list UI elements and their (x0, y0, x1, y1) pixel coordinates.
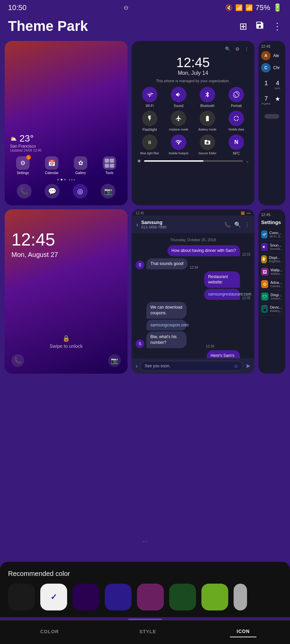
msg-contact-name: Samsung (141, 220, 222, 225)
app-tools: Tools (97, 156, 122, 175)
bottom-nav: COLOR STYLE ICON (0, 620, 290, 644)
status-time: 10:50 (8, 3, 27, 12)
ls-time: 12:45 (11, 229, 121, 250)
qs-tile-flashlight: Flashlight (137, 111, 162, 132)
msg-header: ‹ Samsung 012-3456-7890 📞 🔍 ⋮ (132, 216, 254, 233)
ls-camera-icon: 📷 (108, 354, 121, 367)
msg-input-row: › See you soon. ☺ ➤ (132, 358, 254, 374)
app-settings: ⚙1 Settings (10, 156, 36, 175)
msg-sender-avatar: S (136, 261, 144, 269)
location: San Francisco (10, 144, 122, 149)
homescreen-preview-card[interactable]: ⛅ 23° San Francisco Updated 24/09 12:45 … (5, 41, 128, 205)
quick-settings-preview-card[interactable]: 🔍 ⚙ ⋮ 12:45 Mon, July 14 This phone is m… (132, 41, 254, 205)
app-grid: ⚙1 Settings 📅 Calendar ✿ Gallery (10, 156, 122, 175)
msg-contact-number: 012-3456-7890 (141, 225, 222, 229)
status-bar: 10:50 ⊖ 🔇 📶 📶 75% 🔋 (0, 0, 290, 15)
conn-icon (261, 230, 268, 238)
dialer-preview-partial: 12:45 A Ale C Chr 1 4GHI 7PQRS ★ (258, 41, 285, 205)
contact-name-c: Chr (273, 65, 280, 70)
msg-row: S That sounds good! 12:34 (136, 258, 250, 269)
qs-search-icon: 🔍 (225, 46, 231, 52)
msg-emoji-icon: ☺ (234, 363, 238, 369)
dock: 📞 💬 ◎ 📷 (10, 184, 122, 199)
dnd-icon: ⊖ (124, 4, 129, 11)
msg-status-time: 12:45 (136, 211, 144, 215)
swatch-lime[interactable] (201, 584, 228, 610)
swatch-black[interactable] (8, 584, 35, 610)
advanced-icon: ⚙ (261, 280, 268, 288)
qs-time: 12:45 (137, 55, 249, 70)
brightness-slider[interactable]: ☀ ⌄ (137, 158, 249, 164)
more-options-button[interactable]: ⋮ (273, 21, 282, 32)
msg-expand-button[interactable]: › (136, 363, 138, 370)
qs-tile-portrait: Portrait (224, 87, 249, 108)
swatch-white[interactable] (40, 584, 67, 610)
lockscreen-preview-card[interactable]: 12:45 Mon, August 27 🔒 Swipe to unlock 📞… (5, 209, 128, 374)
msg-row: Restaurant website: samsungrestaurant.co… (136, 271, 250, 300)
qs-tile-airplane: Airplane mode (166, 111, 191, 132)
msg-input-text: See you soon. (145, 364, 171, 368)
swatch-dark-green[interactable] (169, 584, 196, 610)
messages-preview-card[interactable]: 12:45 📶 ▪▪▪ ‹ Samsung 012-3456-7890 📞 🔍 … (132, 209, 254, 374)
tab-icon[interactable]: ICON (230, 626, 256, 637)
grid-view-button[interactable]: ⊞ (239, 21, 247, 32)
qs-date: Mon, July 14 (137, 70, 249, 76)
dialpad: 1 4GHI 7PQRS ★ (261, 78, 283, 107)
msg-call-icon[interactable]: 📞 (224, 221, 231, 228)
swatch-dark-purple[interactable] (72, 584, 99, 610)
wallpaper-icon: 🖼 (261, 268, 269, 276)
qs-tile-securefolder: Secure folder (195, 135, 220, 156)
display-icon (261, 255, 267, 263)
msg-send-button[interactable]: ➤ (245, 362, 250, 370)
qs-tile-nfc: N NFC (224, 135, 249, 156)
msg-body: Thursday, October 25, 2018 How about hav… (132, 233, 254, 358)
contact-avatar-c: C (261, 63, 271, 72)
msg-row: S We can download coupons. samsungcoupon… (136, 302, 250, 348)
ls-bottom-icons: 📞 📷 (11, 354, 121, 367)
qs-settings-icon: ⚙ (235, 46, 240, 52)
qs-managed-text: This phone is managed by your organizati… (137, 79, 249, 83)
settings-time: 12:45 (261, 213, 283, 217)
settings-preview-partial: 12:45 Settings Conn... Wi-Fi, B... Soun.… (258, 209, 285, 374)
settings-item-advanced: ⚙ Adva... Games... (261, 278, 283, 290)
contact-avatar-a: A (261, 51, 271, 60)
msg-more-icon[interactable]: ⋮ (244, 221, 250, 228)
msg-row: How about having dinner with Sam? 12:33 (136, 245, 250, 256)
settings-item-sound: Soun... Sounds... (261, 241, 283, 253)
swatch-purple[interactable] (137, 584, 164, 610)
partial-time: 12:45 (261, 44, 283, 48)
scroll-indicator (128, 619, 162, 620)
digital-icon: 🛡 (261, 292, 269, 301)
page-title: Theme Park (8, 18, 88, 34)
swatch-more[interactable] (234, 584, 247, 610)
ls-date: Mon, August 27 (11, 251, 121, 259)
temperature: 23° (19, 133, 34, 144)
settings-title: Settings (261, 219, 283, 225)
top-bar: Theme Park ⊞ ⋮ (0, 15, 290, 41)
msg-input-field[interactable]: See you soon. ☺ (140, 361, 243, 371)
contact-name-a: Ale (273, 53, 279, 58)
settings-item-conn: Conn... Wi-Fi, B... (261, 228, 283, 241)
mute-icon: 🔇 (225, 4, 233, 11)
contact-item-a: A Ale (261, 51, 283, 60)
bottom-hint-text: ... (0, 536, 290, 543)
contact-item-c: C Chr (261, 63, 283, 72)
settings-item-device: 📱 Devic... Battery,... (261, 303, 283, 315)
qs-tile-battery: Battery mode (195, 111, 220, 132)
battery-text: 75% (255, 3, 270, 12)
ls-phone-icon: 📞 (11, 354, 24, 367)
qs-toolbar: 🔍 ⚙ ⋮ (137, 46, 249, 52)
msg-back-button[interactable]: ‹ (136, 221, 139, 228)
msg-search-icon[interactable]: 🔍 (234, 221, 241, 228)
preview-grid-row2: 12:45 Mon, August 27 🔒 Swipe to unlock 📞… (0, 205, 290, 374)
color-swatches-row (8, 584, 282, 610)
save-button[interactable] (255, 20, 264, 32)
settings-item-display: Displ... Brightne... (261, 253, 283, 266)
msg-wifi-icon: 📶 (241, 211, 245, 215)
tab-style[interactable]: STYLE (133, 626, 163, 637)
msg-signal-icon: ▪▪▪ (247, 211, 250, 215)
qs-tiles-row3: B Blue light filter Mobile hotspot Secur… (137, 135, 249, 156)
swatch-indigo[interactable] (105, 584, 132, 610)
qs-tiles-row2: Flashlight Airplane mode Battery mode Mo… (137, 111, 249, 132)
tab-color[interactable]: COLOR (34, 626, 66, 637)
